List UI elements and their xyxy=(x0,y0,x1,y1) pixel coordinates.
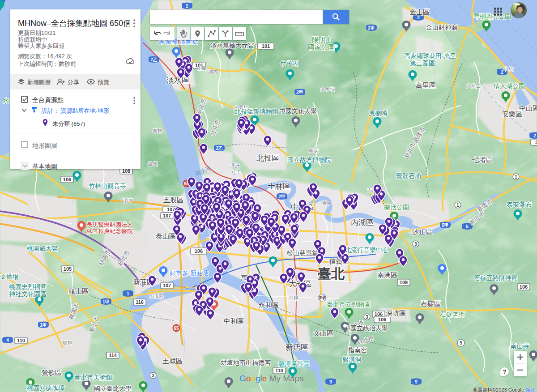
svg-text:高家繡球花田-萬里: 高家繡球花田-萬里 xyxy=(404,52,456,60)
svg-text:好市多 新莊店: 好市多 新莊店 xyxy=(169,269,209,277)
svg-text:107: 107 xyxy=(163,283,171,288)
svg-text:臺北: 臺北 xyxy=(318,266,345,281)
svg-text:9: 9 xyxy=(329,379,332,384)
svg-text:106: 106 xyxy=(195,248,203,254)
svg-text:洲仔: 洲仔 xyxy=(321,200,331,206)
svg-text:中山區: 中山區 xyxy=(519,104,537,112)
svg-text:神社文化園區: 神社文化園區 xyxy=(9,290,47,298)
svg-text:六坑口: 六坑口 xyxy=(466,83,481,89)
svg-text:新北市美術館: 新北市美術館 xyxy=(75,374,112,381)
svg-text:竹林山觀音寺: 竹林山觀音寺 xyxy=(88,182,126,189)
svg-text:1甲: 1甲 xyxy=(40,323,47,328)
svg-text:山腳: 山腳 xyxy=(197,65,207,71)
svg-text:泰安瀑布: 泰安瀑布 xyxy=(507,201,532,208)
svg-text:萬里區: 萬里區 xyxy=(416,81,436,89)
svg-text:桃園八德塊墇: 桃園八德塊墇 xyxy=(26,384,64,392)
svg-text:松山慈惠堂: 松山慈惠堂 xyxy=(286,249,318,256)
svg-text:長庚醫療財團法人: 長庚醫療財團法人 xyxy=(86,221,133,228)
svg-text:9: 9 xyxy=(415,379,418,384)
svg-text:國立故宮博物院: 國立故宮博物院 xyxy=(287,156,331,163)
svg-text:石碇老街: 石碇老街 xyxy=(440,311,465,318)
svg-text:指南宮: 指南宮 xyxy=(348,346,367,354)
svg-text:南山寺: 南山寺 xyxy=(511,342,529,349)
svg-text:5甲: 5甲 xyxy=(442,223,449,228)
svg-text:泰山區: 泰山區 xyxy=(156,232,176,240)
svg-text:106: 106 xyxy=(378,317,386,322)
svg-text:116: 116 xyxy=(136,299,144,305)
svg-text:114: 114 xyxy=(109,353,117,358)
svg-text:汐止區: 汐止區 xyxy=(412,228,432,235)
svg-text:110: 110 xyxy=(17,338,25,343)
svg-text:3: 3 xyxy=(414,242,417,247)
svg-text:銀河洞: 銀河洞 xyxy=(342,356,361,363)
svg-text:中國文化大學: 中國文化大學 xyxy=(279,107,317,115)
svg-text:3: 3 xyxy=(366,315,368,320)
svg-text:新安: 新安 xyxy=(309,148,319,153)
svg-text:109: 109 xyxy=(400,280,408,285)
svg-text:北投溫泉博物館: 北投溫泉博物館 xyxy=(234,108,278,115)
svg-text:烘爐地南山福德宮: 烘爐地南山福德宮 xyxy=(221,359,271,366)
svg-text:1: 1 xyxy=(456,203,459,208)
svg-text:內湖區: 內湖區 xyxy=(351,218,374,227)
svg-text:106: 106 xyxy=(375,311,383,317)
svg-text:國家公園: 國家公園 xyxy=(308,43,335,51)
svg-text:1: 1 xyxy=(127,291,129,296)
svg-text:淡水無極天元宮: 淡水無極天元宮 xyxy=(210,42,254,49)
svg-text:國立政治大學: 國立政治大學 xyxy=(350,324,388,332)
svg-text:3甲: 3甲 xyxy=(319,295,326,300)
svg-text:金山區: 金山區 xyxy=(409,8,430,16)
svg-text:北投區: 北投區 xyxy=(256,154,279,162)
svg-text:石碇五路財神廟: 石碇五路財神廟 xyxy=(474,274,518,281)
svg-text:1甲: 1甲 xyxy=(102,299,110,304)
svg-text:107: 107 xyxy=(163,213,171,218)
svg-text:5: 5 xyxy=(466,224,469,229)
svg-text:2乙: 2乙 xyxy=(150,57,158,62)
svg-text:土城區: 土城區 xyxy=(162,357,183,365)
svg-text:2甲: 2甲 xyxy=(296,90,303,95)
svg-text:林口長庚紀念醫院: 林口長庚紀念醫院 xyxy=(86,228,133,234)
svg-text:新店區: 新店區 xyxy=(286,343,308,352)
svg-text:中和區: 中和區 xyxy=(224,317,244,325)
svg-text:國立臺北大學: 國立臺北大學 xyxy=(94,385,132,392)
svg-text:65: 65 xyxy=(174,326,179,331)
svg-text:士林區: 士林區 xyxy=(268,182,290,191)
svg-text:105: 105 xyxy=(64,266,72,272)
svg-text:碧潭風景區: 碧潭風景區 xyxy=(278,360,310,367)
svg-text:2: 2 xyxy=(533,133,536,138)
svg-text:陽明山: 陽明山 xyxy=(312,36,332,43)
svg-text:浮洲: 浮洲 xyxy=(230,163,240,168)
svg-text:風櫃嘴: 風櫃嘴 xyxy=(369,110,388,117)
svg-text:金山財神廟: 金山財神廟 xyxy=(426,24,457,31)
svg-text:桃園威天宮: 桃園威天宮 xyxy=(26,245,58,252)
svg-text:4: 4 xyxy=(6,338,9,343)
svg-text:崙尾: 崙尾 xyxy=(148,161,158,166)
svg-text:深坑區: 深坑區 xyxy=(386,309,406,317)
svg-text:石碇區: 石碇區 xyxy=(420,300,441,307)
svg-text:湖內: 湖內 xyxy=(208,69,218,74)
svg-text:5: 5 xyxy=(460,341,462,345)
svg-text:106: 106 xyxy=(520,284,528,290)
svg-text:南港區: 南港區 xyxy=(377,271,397,279)
svg-text:野柳地質公園: 野柳地質公園 xyxy=(473,13,511,20)
svg-text:文山區: 文山區 xyxy=(313,329,333,337)
svg-text:1: 1 xyxy=(515,175,517,179)
svg-text:鶯歌石埔: 鶯歌石埔 xyxy=(396,172,421,179)
svg-text:3: 3 xyxy=(152,373,154,378)
svg-text:2: 2 xyxy=(417,15,420,20)
svg-text:社子: 社子 xyxy=(231,170,241,175)
svg-text:2甲: 2甲 xyxy=(368,26,375,30)
svg-text:情人湖公園: 情人湖公園 xyxy=(493,82,525,89)
svg-text:臺北市立動物園: 臺北市立動物園 xyxy=(327,301,371,308)
svg-text:冷水坑: 冷水坑 xyxy=(320,86,335,92)
svg-text:公館: 公館 xyxy=(289,295,298,301)
svg-text:小坑: 小坑 xyxy=(503,66,513,72)
svg-text:樂活公園: 樂活公園 xyxy=(384,204,409,211)
svg-text:2乙: 2乙 xyxy=(216,146,223,151)
svg-text:鶯歌區: 鶯歌區 xyxy=(42,369,62,376)
svg-text:龜山區: 龜山區 xyxy=(68,287,89,295)
svg-text:五股區: 五股區 xyxy=(163,196,183,204)
svg-text:3: 3 xyxy=(535,140,537,145)
svg-text:頂坪: 頂坪 xyxy=(123,198,133,203)
svg-text:永和區: 永和區 xyxy=(259,301,279,309)
svg-text:110: 110 xyxy=(275,368,283,373)
